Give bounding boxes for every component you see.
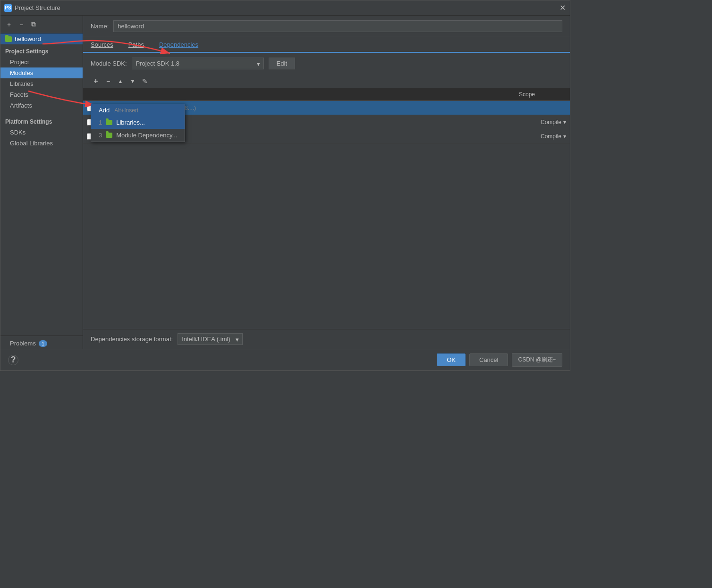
sidebar-item-sdks[interactable]: SDKs [0, 127, 83, 138]
tabs-row: Sources Paths Dependencies [83, 37, 570, 53]
ok-button[interactable]: OK [437, 353, 466, 366]
module-sdk-label: Module SDK: [91, 60, 127, 67]
deps-add-button[interactable]: + [91, 76, 101, 86]
sidebar-item-libraries[interactable]: Libraries [0, 78, 83, 89]
artifacts-label: Artifacts [10, 102, 32, 109]
close-button[interactable]: ✕ [559, 4, 566, 12]
popup-header: Add Alt+Insert [91, 104, 185, 116]
sidebar-item-global-libraries[interactable]: Global Libraries [0, 138, 83, 149]
project-label: Project [10, 59, 29, 66]
project-settings-header: Project Settings [0, 44, 83, 57]
add-dropdown-popup: Add Alt+Insert 1 Libraries... 3 [91, 104, 185, 142]
deps-scope-ojdbc: Compile ▾ [509, 133, 566, 140]
popup-item1-text: Libraries... [116, 119, 145, 126]
deps-edit-button[interactable]: ✎ [140, 76, 150, 86]
sidebar-item-artifacts[interactable]: Artifacts [0, 100, 83, 111]
sdks-label: SDKs [10, 129, 25, 136]
deps-up-button[interactable]: ▲ [115, 76, 126, 86]
popup-item-module-dep[interactable]: 3 Module Dependency... [91, 129, 185, 142]
popup-item1-folder-icon [106, 120, 112, 125]
deps-table-header: Scope [83, 88, 570, 101]
remove-module-button[interactable]: − [17, 20, 26, 29]
deps-scope-ojdbc-arrow[interactable]: ▾ [563, 133, 566, 140]
add-module-button[interactable]: + [4, 20, 14, 29]
edit-sdk-button[interactable]: Edit [269, 58, 295, 69]
right-panel: Name: Sources Paths Dependencies M [83, 16, 570, 349]
tab-dependencies-label: Dependencies [159, 41, 198, 48]
deps-scope-junit: Compile ▾ [509, 119, 566, 126]
dialog-footer: ? OK Cancel CSDN @刷还~ [0, 349, 570, 370]
module-item-helloword[interactable]: helloword [0, 34, 83, 44]
name-row: Name: [83, 16, 570, 37]
deps-scope-header: Scope [513, 88, 570, 101]
tab-paths[interactable]: Paths [121, 37, 152, 52]
module-name-label: helloword [15, 35, 41, 42]
format-label: Dependencies storage format: [91, 336, 173, 343]
project-structure-dialog: PS Project Structure ✕ + − ⧉ helloword P… [0, 0, 570, 371]
deps-scope-junit-label: Compile [541, 119, 561, 126]
csdn-button[interactable]: CSDN @刷还~ [512, 353, 562, 367]
sidebar: + − ⧉ helloword Project Settings Project… [0, 16, 83, 349]
main-content: + − ⧉ helloword Project Settings Project… [0, 16, 570, 349]
global-libraries-label: Global Libraries [10, 140, 53, 147]
sidebar-item-project[interactable]: Project [0, 57, 83, 67]
modules-label: Modules [10, 69, 33, 76]
bottom-bar: Dependencies storage format: IntelliJ ID… [83, 329, 570, 349]
problems-label: Problems [10, 340, 36, 347]
name-input[interactable] [113, 20, 562, 32]
help-button[interactable]: ? [8, 355, 18, 365]
tab-sources-label: Sources [91, 41, 113, 48]
deps-scope-ojdbc-label: Compile [541, 133, 561, 140]
popup-shortcut: Alt+Insert [114, 107, 138, 114]
sdk-row: Module SDK: Project SDK 1.8 Edit [83, 53, 570, 74]
deps-toolbar: + − ▲ ▼ ✎ [83, 74, 570, 88]
sidebar-item-facets[interactable]: Facets [0, 89, 83, 100]
app-icon: PS [4, 4, 12, 12]
cancel-button[interactable]: Cancel [469, 353, 508, 366]
dependencies-panel: Module SDK: Project SDK 1.8 Edit + − ▲ ▼… [83, 53, 570, 349]
popup-item2-folder-icon [106, 133, 112, 138]
sdk-select-wrapper: Project SDK 1.8 [132, 58, 264, 69]
popup-item2-text: Module Dependency... [116, 132, 177, 139]
deps-down-button[interactable]: ▼ [127, 76, 138, 86]
libraries-label: Libraries [10, 80, 34, 87]
title-bar-text: Project Structure [15, 4, 559, 11]
deps-remove-button[interactable]: − [103, 76, 113, 86]
tab-dependencies[interactable]: Dependencies [152, 37, 206, 53]
sidebar-toolbar: + − ⧉ [0, 16, 83, 34]
tab-paths-label: Paths [128, 41, 144, 48]
format-select-wrapper: IntelliJ IDEA (.iml) [178, 333, 243, 345]
platform-settings-header: Platform Settings [0, 115, 83, 127]
format-select[interactable]: IntelliJ IDEA (.iml) [178, 333, 243, 345]
popup-item1-num: 1 [99, 119, 102, 126]
popup-item2-num: 3 [99, 132, 102, 139]
sidebar-item-modules[interactable]: Modules [0, 67, 83, 78]
name-label: Name: [91, 23, 109, 30]
popup-add-label: Add [99, 107, 110, 114]
copy-module-button[interactable]: ⧉ [29, 20, 38, 29]
sdk-select[interactable]: Project SDK 1.8 [132, 58, 264, 69]
deps-name-header-spacer [83, 88, 513, 101]
title-bar: PS Project Structure ✕ [0, 0, 570, 16]
tab-sources[interactable]: Sources [83, 37, 121, 52]
problems-badge: 1 [39, 340, 47, 347]
facets-label: Facets [10, 91, 28, 98]
popup-item-libraries[interactable]: 1 Libraries... [91, 116, 185, 129]
module-folder-icon [5, 36, 12, 42]
sidebar-item-problems[interactable]: Problems 1 [0, 338, 83, 349]
deps-scope-junit-arrow[interactable]: ▾ [563, 119, 566, 126]
